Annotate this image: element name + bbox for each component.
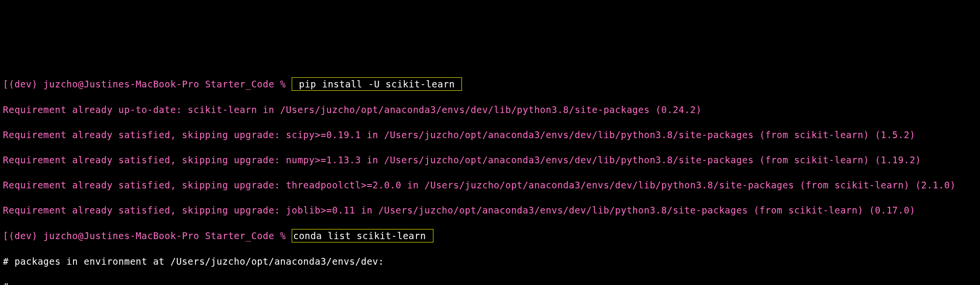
pip-output-line: Requirement already satisfied, skipping … (3, 204, 977, 216)
conda-env-label: (dev) (9, 79, 44, 89)
pip-output-line: Requirement already satisfied, skipping … (3, 128, 977, 141)
prompt-line-1: [(dev) juzcho@Justines-MacBook-Pro Start… (3, 77, 977, 91)
highlighted-command-2: conda list scikit-learn (292, 229, 433, 242)
prompt-bracket: [ (3, 79, 9, 89)
shell-prompt: juzcho@Justines-MacBook-Pro Starter_Code… (44, 230, 292, 241)
pip-output-line: Requirement already satisfied, skipping … (3, 179, 977, 191)
prompt-bracket: [ (3, 230, 9, 241)
prompt-line-2: [(dev) juzcho@Justines-MacBook-Pro Start… (3, 229, 977, 242)
cmd-conda-list: conda list scikit-learn (293, 230, 432, 241)
conda-env-header: # packages in environment at /Users/juzc… (3, 255, 977, 268)
pip-output-line: Requirement already up-to-date: scikit-l… (3, 103, 977, 116)
conda-hash-line: # (3, 280, 977, 285)
shell-prompt: juzcho@Justines-MacBook-Pro Starter_Code… (44, 79, 292, 89)
terminal-output-block[interactable]: [(dev) juzcho@Justines-MacBook-Pro Start… (3, 52, 977, 285)
cmd-pip-install: pip install -U scikit-learn (293, 79, 460, 89)
highlighted-command-1: pip install -U scikit-learn (292, 77, 462, 91)
pip-output-line: Requirement already satisfied, skipping … (3, 154, 977, 166)
conda-env-label: (dev) (9, 230, 44, 241)
